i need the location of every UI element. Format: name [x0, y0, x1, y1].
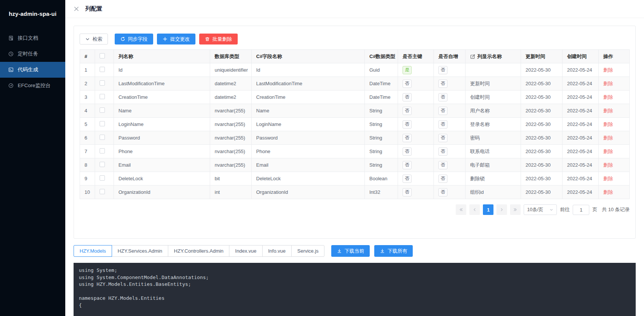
page-title: 列配置 — [85, 5, 102, 12]
code-tab-info-vue[interactable]: Info.vue — [262, 245, 292, 257]
cell-column-name: CreationTime — [114, 91, 210, 104]
table-row: 2LastModificationTimedatetime2LastModifi… — [80, 77, 630, 91]
page-number-button[interactable]: 1 — [483, 204, 493, 215]
cell-create-time: 2022-05-24 — [563, 118, 599, 131]
cell-cs-data-type: DateTime — [365, 77, 398, 91]
download-icon — [380, 249, 385, 253]
delete-link[interactable]: 删除 — [603, 149, 613, 154]
row-checkbox[interactable] — [100, 80, 105, 86]
row-checkbox[interactable] — [100, 162, 105, 167]
delete-link[interactable]: 删除 — [603, 189, 613, 195]
code-tab-index-vue[interactable]: Index.vue — [229, 245, 262, 257]
next-page-button[interactable] — [496, 204, 507, 215]
row-checkbox[interactable] — [100, 175, 105, 181]
tag-no: 否 — [403, 120, 412, 129]
prev-page-button[interactable] — [469, 204, 480, 215]
total-records-label: 共 10 条记录 — [602, 206, 630, 213]
select-all-checkbox[interactable] — [100, 53, 105, 58]
delete-link[interactable]: 删除 — [603, 162, 613, 168]
code-tab-hzy-models[interactable]: HZY.Models — [74, 245, 112, 257]
cell-index: 5 — [80, 118, 95, 131]
cell-display-name: 删除锁 — [466, 172, 521, 186]
column-header: # — [80, 50, 95, 63]
cell-index: 3 — [80, 91, 95, 104]
column-header: 是否主键 — [398, 50, 434, 63]
code-line — [79, 288, 630, 295]
gauge-icon — [8, 83, 14, 89]
goto-page-input[interactable] — [573, 205, 589, 215]
cell-cs-field-name: DeleteLock — [252, 172, 365, 186]
cell-db-type: nvarchar(255) — [210, 145, 252, 158]
column-config-card: 检索 同步字段 提交更改 — [74, 26, 636, 239]
cell-index: 8 — [80, 158, 95, 172]
code-tab-service-js[interactable]: Service.js — [291, 245, 324, 257]
batch-delete-button-label: 批量删除 — [212, 36, 232, 43]
column-header: 更新时间 — [521, 50, 563, 63]
close-icon[interactable] — [74, 6, 79, 12]
cell-db-type: nvarchar(255) — [210, 104, 252, 118]
row-checkbox[interactable] — [100, 189, 105, 194]
delete-link[interactable]: 删除 — [603, 121, 613, 127]
content: 检索 同步字段 提交更改 — [65, 18, 644, 316]
tag-no: 否 — [403, 134, 412, 142]
row-checkbox[interactable] — [100, 148, 105, 153]
cell-index: 4 — [80, 104, 95, 118]
cell-db-type: uniqueidentifier — [210, 63, 252, 77]
sidebar-item-cron-tasks[interactable]: 定时任务 — [0, 46, 65, 62]
row-checkbox[interactable] — [100, 121, 105, 126]
cell-create-time: 2022-05-24 — [563, 63, 599, 77]
cell-is-auto-increment: 否 — [434, 104, 466, 118]
cell-actions: 删除 — [599, 91, 630, 104]
row-checkbox[interactable] — [100, 107, 105, 113]
download-all-button[interactable]: 下载所有 — [374, 245, 413, 257]
row-checkbox[interactable] — [100, 67, 105, 72]
batch-delete-button[interactable]: 批量删除 — [199, 34, 238, 44]
delete-link[interactable]: 删除 — [603, 135, 613, 141]
cell-display-name: 创建时间 — [466, 91, 521, 104]
tag-no: 否 — [438, 147, 447, 156]
cell-cs-data-type: String — [365, 131, 398, 145]
delete-link[interactable]: 删除 — [603, 108, 613, 114]
cell-update-time: 2022-05-30 — [521, 158, 563, 172]
code-tab-hzy-controllers-admin[interactable]: HZY.Controllers.Admin — [168, 245, 229, 257]
cell-db-type: datetime2 — [210, 91, 252, 104]
first-page-button[interactable] — [456, 204, 466, 215]
page-size-select[interactable]: 10条/页 — [524, 204, 557, 215]
cell-update-time: 2022-05-30 — [521, 63, 563, 77]
refresh-icon — [120, 37, 125, 41]
delete-link[interactable]: 删除 — [603, 81, 613, 86]
cell-db-type: nvarchar(255) — [210, 118, 252, 131]
cell-cs-data-type: DateTime — [365, 91, 398, 104]
cell-db-type: bit — [210, 172, 252, 186]
row-checkbox[interactable] — [100, 94, 105, 99]
cell-update-time: 2022-05-30 — [521, 186, 563, 199]
tag-no: 否 — [438, 93, 447, 101]
cell-index: 6 — [80, 131, 95, 145]
cell-cs-data-type: Guid — [365, 63, 398, 77]
cell-actions: 删除 — [599, 77, 630, 91]
submit-changes-button[interactable]: 提交更改 — [157, 34, 195, 44]
trash-icon — [205, 37, 210, 41]
page-unit-label: 页 — [592, 206, 597, 213]
cell-is-primary-key: 否 — [398, 91, 434, 104]
cell-checkbox — [95, 158, 114, 172]
column-header: 列显示名称 — [466, 50, 521, 63]
row-checkbox[interactable] — [100, 135, 105, 140]
search-toggle-button[interactable]: 检索 — [80, 34, 108, 44]
cell-display-name: 更新时间 — [466, 77, 521, 91]
delete-link[interactable]: 删除 — [603, 94, 613, 100]
cell-update-time: 2022-05-30 — [521, 145, 563, 158]
last-page-button[interactable] — [510, 204, 521, 215]
code-tab-hzy-services-admin[interactable]: HZY.Services.Admin — [112, 245, 168, 257]
sync-fields-button[interactable]: 同步字段 — [115, 34, 153, 44]
cell-is-primary-key: 否 — [398, 77, 434, 91]
download-current-label: 下载当前 — [344, 248, 364, 255]
sidebar-item-code-gen[interactable]: 代码生成 — [0, 62, 65, 78]
app-title: hzy-admin-spa-ui — [0, 0, 65, 27]
download-current-button[interactable]: 下载当前 — [331, 245, 370, 257]
sidebar-item-api-docs[interactable]: 接口文档 — [0, 30, 65, 46]
delete-link[interactable]: 删除 — [603, 176, 613, 181]
delete-link[interactable]: 删除 — [603, 67, 613, 73]
sidebar-item-efcore-monitor[interactable]: EFCore监控台 — [0, 78, 65, 94]
tag-no: 否 — [438, 161, 447, 169]
